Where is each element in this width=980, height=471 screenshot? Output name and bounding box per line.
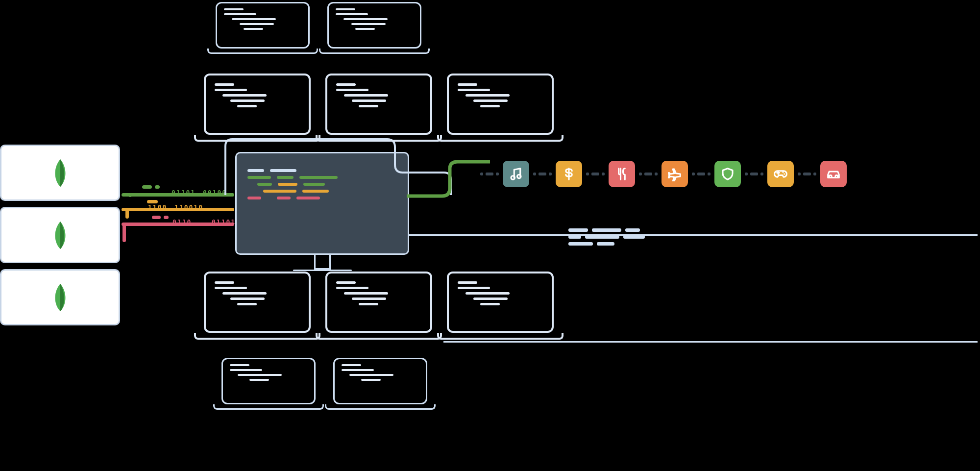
deco-dashes (568, 242, 614, 246)
binary-label-p1: 0110 (172, 219, 192, 225)
laptop (327, 2, 438, 54)
app-travel-icon (662, 161, 688, 187)
wire-pink-bend (122, 223, 126, 242)
rail-sep (586, 173, 605, 175)
laptop (204, 272, 330, 340)
dash (164, 216, 169, 219)
deco-dashes (568, 235, 645, 239)
app-auto-icon (820, 161, 847, 187)
leaf-icon (49, 283, 71, 312)
binary-label-g1: 01101 (172, 189, 196, 196)
rail-sep (745, 173, 763, 175)
app-security-icon (714, 161, 741, 187)
database-node (0, 269, 120, 325)
rail-sep (798, 173, 816, 175)
rail-sep (480, 173, 499, 175)
leaf-icon (49, 221, 71, 250)
leaf-icon (49, 158, 71, 188)
laptop (325, 74, 452, 142)
binary-label-p2: 01101 (212, 219, 236, 225)
wire-green-to-apps (407, 158, 490, 200)
wire-green-bend (128, 193, 132, 197)
rail-sep (639, 173, 658, 175)
laptop (325, 272, 452, 340)
baseline (409, 234, 978, 236)
laptop (216, 2, 326, 54)
svg-point-0 (511, 176, 515, 180)
database-stack (0, 145, 120, 331)
rail-sep (533, 173, 552, 175)
dash (142, 185, 152, 189)
database-node (0, 145, 120, 201)
binary-label-y1: 1100 (148, 204, 167, 210)
architecture-diagram: 01101 00100 1100 110010 0110 01101 (0, 0, 980, 471)
svg-point-1 (517, 174, 521, 178)
dash (155, 185, 160, 189)
app-currency-icon (556, 161, 582, 187)
wire-yellow-bend (125, 208, 129, 219)
baseline (443, 341, 978, 343)
deco-dashes (568, 228, 640, 232)
laptop (447, 272, 573, 340)
dash (147, 200, 158, 203)
laptop (333, 358, 444, 410)
laptop (447, 74, 573, 142)
laptop (221, 358, 332, 410)
dash (152, 216, 161, 219)
app-gaming-icon (767, 161, 794, 187)
laptop (204, 74, 330, 142)
database-node (0, 207, 120, 263)
app-rail (480, 161, 847, 187)
rail-sep (692, 173, 710, 175)
app-music-icon (503, 161, 529, 187)
binary-label-y2: 110010 (174, 204, 203, 210)
app-food-icon (609, 161, 635, 187)
